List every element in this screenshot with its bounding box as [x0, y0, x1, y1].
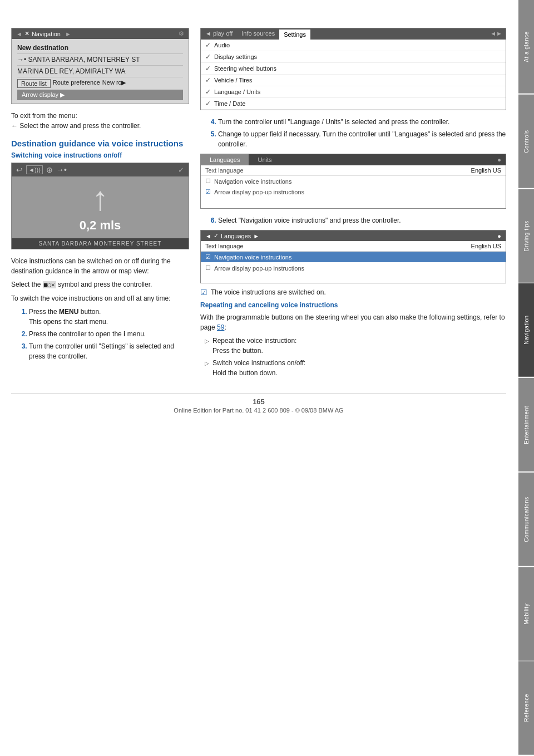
repeating-bullets: Repeat the voice instruction:Press the b… — [205, 336, 506, 378]
settings-screenshot: ◄ play off Info sources Settings ◄► ✓ Au… — [200, 28, 506, 110]
step-6: Select "Navigation voice instructions" a… — [218, 215, 506, 225]
nav-voice-left-icon: ◄ — [205, 233, 211, 239]
steps-right-list: Turn the controller until "Language / Un… — [208, 117, 506, 149]
bullet-repeat: Repeat the voice instruction:Press the b… — [205, 336, 506, 356]
sidebar-tab-controls[interactable]: Controls — [518, 95, 534, 188]
text-lang-label: Text language — [205, 167, 471, 174]
sidebar-tab-mobility[interactable]: Mobility — [518, 567, 534, 661]
play-off-tab: ◄ play off — [201, 28, 237, 40]
text-language-row: Text language English US — [201, 165, 506, 176]
arrow-body: ↑ 0,2 mls — [12, 176, 189, 238]
vehicle-item: ✓ Vehicle / Tires — [201, 75, 506, 86]
arrow-display-label: Arrow display pop-up instructions — [214, 189, 304, 195]
nav-voice-instructions-label: Navigation voice instructions — [214, 178, 291, 185]
nav-bar: ◄ ✕ Navigation ► ⚙ — [12, 28, 189, 39]
sidebar-tab-communications[interactable]: Communications — [518, 473, 534, 566]
nav-settings-icon: ⚙ — [179, 30, 184, 37]
language-check: ✓ — [205, 88, 211, 96]
settings-right-arrow: ◄► — [487, 28, 506, 40]
sidebar-tab-navigation[interactable]: Navigation — [518, 283, 534, 377]
language-label: Language / Units — [214, 89, 260, 95]
audio-item: ✓ Audio — [201, 40, 506, 51]
arrow-top-bar: ↩ ◄))) ⊕ →• ✓ — [12, 163, 189, 176]
marina-row: MARINA DEL REY, ADMIRALTY WA — [17, 66, 183, 77]
steering-item: ✓ Steering wheel buttons — [201, 63, 506, 75]
vehicle-check: ✓ — [205, 76, 211, 84]
info-sources-tab: Info sources — [237, 28, 279, 40]
nav-voice-row-unchecked: ☐ Navigation voice instructions — [201, 176, 506, 186]
arrow-display-instructions-row: ☐ Arrow display pop-up instructions — [201, 262, 506, 274]
page-footer: 165 Online Edition for Part no. 01 41 2 … — [11, 394, 506, 417]
page-ref-link[interactable]: 59 — [217, 323, 224, 331]
route-list-btn: Route list — [17, 79, 51, 88]
step-1: Press the MENU button.This opens the sta… — [29, 307, 189, 327]
i-keyword: i — [123, 330, 125, 338]
nav-voice-checkbox-empty: ☐ — [205, 178, 211, 185]
lang-spacer — [201, 197, 506, 208]
voice-text4: To switch the voice instructions on and … — [11, 293, 189, 303]
nav-text-lang-row: Text language English US — [201, 241, 506, 252]
step-2: Press the controller to open the i menu. — [29, 329, 189, 339]
buttons-row: Route list Route preference New rc▶ — [17, 77, 183, 90]
voice-on-checkmark: ☑ — [200, 288, 207, 297]
audio-check: ✓ — [205, 41, 211, 49]
nav-voice-top-bar: ◄ ✓ Languages ► ● — [201, 230, 506, 241]
sidebar-tab-entertainment[interactable]: Entertainment — [518, 378, 534, 472]
settings-items: ✓ Audio ✓ Display settings ✓ Steering wh… — [201, 40, 506, 110]
vehicle-label: Vehicle / Tires — [214, 77, 252, 84]
nav-voice-screenshot: ◄ ✓ Languages ► ● Text language English … — [200, 230, 506, 283]
arrow-screenshot: ↩ ◄))) ⊕ →• ✓ ↑ 0,2 mls SANTA BARBARA MO… — [11, 163, 189, 249]
check-icon: ✓ — [178, 166, 184, 174]
bullet-switch: Switch voice instructions on/off:Hold th… — [205, 358, 506, 378]
arrow-display-checkbox-checked: ☑ — [205, 188, 211, 195]
display-check: ✓ — [205, 53, 211, 61]
voice-text2: Select the ■◌✕ symbol and press the cont… — [11, 279, 189, 290]
languages-tab: Languages — [201, 154, 249, 165]
arrow-display-instructions-label: Arrow display pop-up instructions — [214, 265, 304, 272]
nav-voice-instructions-row-highlighted: ☑ Navigation voice instructions — [201, 252, 506, 262]
nav-text-lang-label: Text language — [205, 243, 471, 249]
navigation-screenshot: ◄ ✕ Navigation ► ⚙ New destination →• SA… — [11, 28, 189, 104]
display-label: Display settings — [214, 53, 257, 60]
nav-title: Navigation — [32, 31, 61, 37]
display-item: ✓ Display settings — [201, 51, 506, 63]
section1-heading: Destination guidance via voice instructi… — [11, 139, 189, 148]
nav-right-arrow: ► — [65, 31, 71, 37]
sidebar-tabs: At a glance Controls Driving tips Naviga… — [518, 0, 534, 756]
subsection2-heading: Repeating and canceling voice instructio… — [200, 301, 506, 309]
arrow-display-row: Arrow display ▶ — [17, 90, 183, 100]
arrow-icon: →• — [56, 165, 67, 174]
nav-voice-title: Languages — [221, 233, 251, 239]
page-number: 165 — [14, 397, 503, 406]
route-icon: ⊕ — [46, 165, 53, 174]
languages-screenshot: Languages Units ● Text language English … — [200, 154, 506, 209]
sidebar-tab-at-a-glance[interactable]: At a glance — [518, 0, 534, 94]
sidebar-tab-driving-tips[interactable]: Driving tips — [518, 189, 534, 283]
audio-label: Audio — [214, 42, 230, 48]
settings-top-bar: ◄ play off Info sources Settings ◄► — [201, 28, 506, 40]
nav-text-lang-value: English US — [471, 243, 501, 249]
nav-voice-check-icon: ✓ — [214, 232, 219, 239]
step-6-list: Select "Navigation voice instructions" a… — [208, 215, 506, 225]
settings-tab-active: Settings — [279, 28, 310, 40]
nav-voice-bullet: ● — [497, 233, 501, 239]
back-icon: ↩ — [16, 165, 23, 174]
route-preference-label: Route preference — [53, 79, 100, 88]
sidebar-tab-reference[interactable]: Reference — [518, 661, 534, 755]
steering-check: ✓ — [205, 65, 211, 72]
subsection1-heading: Switching voice instructions on/off — [11, 151, 189, 159]
time-item: ✓ Time / Date — [201, 98, 506, 110]
voice-on-note: ☑ The voice instructions are switched on… — [200, 288, 506, 297]
new-destination-row: New destination — [17, 42, 183, 54]
arrow-display-row-checked: ☑ Arrow display pop-up instructions — [201, 186, 506, 197]
menu-keyword: MENU — [59, 308, 78, 316]
arrow-display-check-empty: ☐ — [205, 264, 211, 272]
nav-icon: ✕ — [24, 30, 29, 37]
step-4: Turn the controller until "Language / Un… — [218, 117, 506, 127]
new-rc-label: New rc▶ — [102, 79, 126, 88]
street-name-display: SANTA BARBARA MONTERREY STREET — [12, 238, 189, 249]
footer-text: Online Edition for Part no. 01 41 2 600 … — [14, 407, 503, 414]
nav-voice-instructions-highlighted-label: Navigation voice instructions — [214, 254, 291, 261]
exit-text: To exit from the menu: ← Select the arro… — [11, 111, 189, 131]
time-check: ✓ — [205, 100, 211, 107]
